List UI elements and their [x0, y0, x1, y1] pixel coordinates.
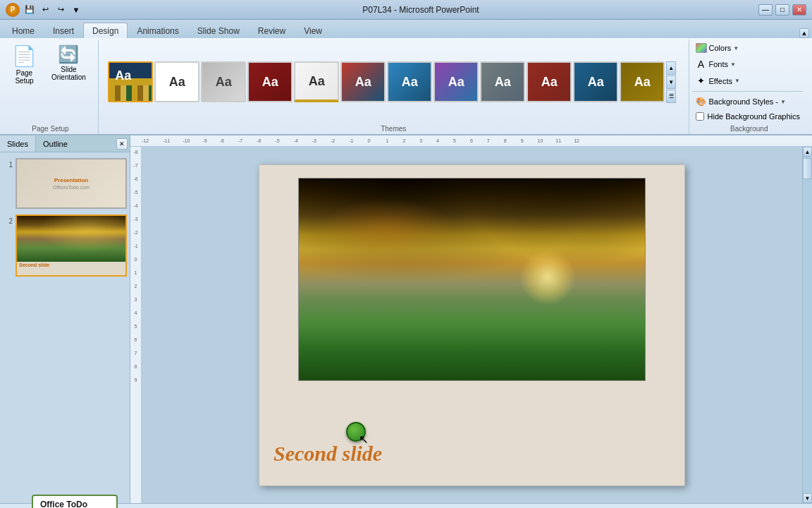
theme-swatch-12-label: Aa	[634, 75, 651, 90]
theme-swatch-9[interactable]: Aa	[480, 61, 525, 102]
scrollbar-track	[803, 157, 812, 493]
minimize-button[interactable]: —	[758, 4, 773, 16]
redo-button[interactable]: ↪	[54, 4, 68, 16]
theme-swatch-1-label: Aa	[115, 68, 131, 83]
colors-dropdown-arrow: ▼	[733, 45, 739, 52]
theme-swatch-7-label: Aa	[402, 75, 418, 90]
effects-button[interactable]: ✦ Effects ▼	[692, 73, 744, 88]
background-group-label: Background	[689, 125, 809, 133]
canvas-area: -12-11-10-9-8-7-6-5-4-3-2-10123456789101…	[130, 135, 812, 503]
colors-icon	[696, 43, 707, 53]
collapse-ribbon-button[interactable]: ▲	[799, 28, 809, 38]
slide-2-number: 2	[3, 214, 13, 277]
scrollbar-up-button[interactable]: ▲	[803, 147, 812, 157]
save-button[interactable]: 💾	[23, 4, 37, 16]
bg-divider	[692, 91, 804, 92]
themes-scroll-up-button[interactable]: ▲	[666, 61, 676, 75]
sidebar-tabs-row: Slides Outline ✕	[0, 135, 130, 152]
theme-swatch-4[interactable]: Aa	[247, 61, 293, 102]
slide-thumb-2[interactable]: 2 Second slide	[3, 214, 127, 277]
slide-thumb-1[interactable]: 1 Presentation OfficesTodo.com	[3, 158, 127, 209]
tab-home[interactable]: Home	[3, 23, 44, 38]
theme-swatch-11[interactable]: Aa	[573, 61, 618, 102]
ruler-marks-h: -12-11-10-9-8-7-6-5-4-3-2-10123456789101…	[142, 138, 812, 143]
page-setup-icon: 📄	[12, 44, 37, 68]
ribbon-group-page-setup: 📄 PageSetup 🔄 SlideOrientation Page Setu…	[3, 40, 99, 134]
themes-scroll-controls: ▲ ▼ ☰	[666, 61, 676, 103]
theme-swatch-2-label: Aa	[169, 75, 185, 90]
slides-panel[interactable]: 1 Presentation OfficesTodo.com 2 Second …	[0, 152, 130, 503]
tab-review[interactable]: Review	[249, 23, 295, 38]
sidebar-tab-slides[interactable]: Slides	[0, 135, 36, 152]
themes-group-content: Aa Aa Aa Aa Aa	[108, 41, 676, 123]
background-styles-label: Background Styles -	[709, 97, 778, 106]
sidebar-close-button[interactable]: ✕	[116, 138, 128, 150]
ribbon-group-themes: Aa Aa Aa Aa Aa	[99, 40, 689, 134]
theme-swatch-5[interactable]: Aa	[294, 61, 339, 102]
undo-button[interactable]: ↩	[38, 4, 52, 16]
slide-canvas[interactable]: Second slide ↖	[142, 147, 802, 503]
window-controls: — □ ✕	[758, 4, 806, 16]
slide-orientation-icon: 🔄	[58, 44, 79, 64]
slide-2-photo	[17, 216, 125, 262]
notes-area[interactable]: Click to add notes Office ToDo www.offic…	[0, 503, 812, 508]
slide-2-thumbnail: Second slide	[16, 214, 127, 277]
colors-label: Colors	[709, 44, 732, 52]
effects-icon: ✦	[696, 75, 707, 86]
scrollbar-vertical[interactable]: ▲ ▼	[802, 147, 812, 503]
theme-swatch-1[interactable]: Aa	[108, 61, 153, 102]
ribbon-tabs: Home Insert Design Animations Slide Show…	[0, 20, 812, 38]
ruler-vertical: -8-7-6-5-4-3-2-10123456789	[130, 147, 142, 503]
theme-swatch-3[interactable]: Aa	[201, 61, 246, 102]
hide-background-checkbox[interactable]	[696, 112, 704, 121]
hide-background-graphics-button[interactable]: Hide Background Graphics	[692, 110, 804, 123]
title-bar-left: P 💾 ↩ ↪ ▼	[6, 2, 83, 18]
slide-orientation-button[interactable]: 🔄 SlideOrientation	[45, 41, 92, 85]
tab-slideshow[interactable]: Slide Show	[188, 23, 249, 38]
colors-button[interactable]: Colors ▼	[692, 41, 743, 55]
theme-swatches: Aa Aa Aa Aa Aa	[108, 61, 676, 103]
themes-scroll-down-button[interactable]: ▼	[666, 75, 676, 89]
background-styles-button[interactable]: 🎨 Background Styles - ▼	[692, 95, 789, 109]
page-setup-button[interactable]: 📄 PageSetup	[6, 41, 43, 88]
effects-label: Effects	[709, 77, 732, 85]
tab-view[interactable]: View	[295, 23, 331, 38]
close-button[interactable]: ✕	[792, 4, 806, 16]
theme-swatch-6-label: Aa	[355, 75, 371, 90]
theme-swatch-10[interactable]: Aa	[527, 61, 572, 102]
hide-background-label: Hide Background Graphics	[708, 112, 800, 121]
theme-swatch-1-stripe	[109, 85, 152, 101]
office-todo-tooltip: Office ToDo www.officetodo.com	[32, 495, 118, 508]
main-layout: Slides Outline ✕ 1 Presentation OfficesT…	[0, 135, 812, 503]
theme-swatch-6[interactable]: Aa	[340, 61, 386, 102]
themes-group-label: Themes	[99, 125, 689, 133]
office-todo-title: Office ToDo	[40, 500, 109, 508]
sidebar-tab-outline[interactable]: Outline	[36, 135, 75, 152]
slide-1-title-text: Presentation	[53, 177, 90, 183]
slide-2-glow	[17, 216, 125, 262]
qat-dropdown-button[interactable]: ▼	[69, 4, 83, 16]
tab-design[interactable]: Design	[83, 23, 128, 38]
page-setup-group-content: 📄 PageSetup 🔄 SlideOrientation	[6, 41, 92, 123]
app-icon: P	[6, 3, 20, 17]
quick-access-toolbar: 💾 ↩ ↪ ▼	[23, 2, 83, 18]
scrollbar-down-button[interactable]: ▼	[803, 493, 812, 503]
slide-container: Second slide	[259, 164, 685, 486]
theme-swatch-12[interactable]: Aa	[620, 61, 665, 102]
theme-swatch-7[interactable]: Aa	[387, 61, 432, 102]
tab-insert[interactable]: Insert	[44, 23, 83, 38]
themes-more-button[interactable]: ☰	[666, 90, 676, 103]
slide-photo-bg	[299, 179, 645, 380]
theme-swatch-8[interactable]: Aa	[433, 61, 479, 102]
ribbon-group-background: Colors ▼ A Fonts ▼ ✦ Effects ▼ 🎨 Backgro…	[689, 40, 809, 134]
slide-1-content: Presentation OfficesTodo.com	[53, 177, 90, 190]
fonts-button[interactable]: A Fonts ▼	[692, 56, 739, 72]
theme-swatch-2[interactable]: Aa	[154, 61, 199, 102]
ribbon-content: 📄 PageSetup 🔄 SlideOrientation Page Setu…	[0, 38, 812, 135]
background-group-content: Colors ▼ A Fonts ▼ ✦ Effects ▼ 🎨 Backgro…	[692, 41, 804, 123]
restore-button[interactable]: □	[775, 4, 789, 16]
tab-animations[interactable]: Animations	[128, 23, 187, 38]
theme-swatch-8-label: Aa	[448, 75, 465, 90]
scrollbar-thumb[interactable]	[803, 158, 812, 179]
green-cursor-indicator	[346, 422, 366, 442]
